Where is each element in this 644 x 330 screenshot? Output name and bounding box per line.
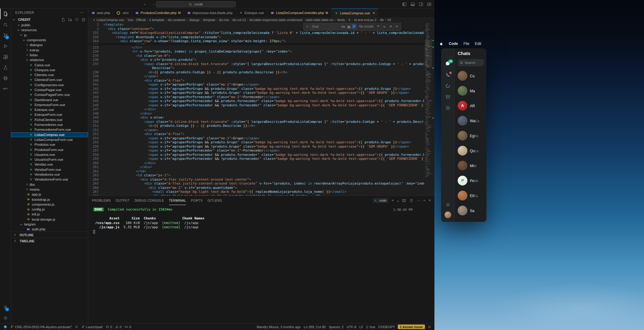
panel-more-icon[interactable]: ··· [417, 198, 420, 203]
code-line[interactable]: 248 </div> [88, 112, 424, 116]
code-line[interactable]: 255 <span v-if="agruparPorGrupo && produ… [88, 140, 424, 145]
explorer-item-ClientesForm.vue[interactable]: VClientesForm.vue [11, 77, 88, 82]
explorer-item-init.js[interactable]: JSinit.js [11, 212, 88, 217]
explorer-item-Configuracoes.vue[interactable]: VConfiguracoes.vue [11, 82, 88, 87]
status-ports[interactable]: 0 [123, 324, 133, 330]
tab-ListasCompras.vue[interactable]: VListasCompras.vue× [331, 9, 378, 17]
code-line[interactable]: 257 <span v-if="agruparPorFornecedor" cl… [88, 148, 424, 153]
status-git-branch[interactable]: CRE-2024-0915-PA-Ajustes-pontuais* [9, 324, 73, 330]
chat-item[interactable]: QuLic [458, 143, 486, 158]
calls-tab[interactable] [445, 72, 450, 77]
code-line[interactable]: 239 </span> [88, 74, 424, 79]
explorer-item-listas[interactable]: listas [11, 53, 88, 57]
explorer-item-VendasForm.vue[interactable]: VVendasForm.vue [11, 167, 88, 172]
breadcrumb-item[interactable]: div [380, 18, 384, 22]
panel-maximize-icon[interactable] [424, 198, 425, 203]
toggle-sidebar-icon[interactable] [402, 2, 407, 6]
code-line[interactable]: 262 </td> [88, 169, 424, 174]
activity-run-debug[interactable] [0, 41, 11, 51]
explorer-item-Fornecedores.vue[interactable]: VFornecedores.vue [11, 122, 88, 127]
chats-tab[interactable]: 40 [445, 61, 450, 66]
explorer-item-extras[interactable]: extras [11, 47, 88, 52]
explorer-item-Usuarios.vue[interactable]: VUsuarios.vue [11, 152, 88, 157]
code-line[interactable]: 267 <small class="badge bg-light text-da… [88, 190, 424, 194]
breadcrumb-item[interactable]: dialogo [189, 18, 199, 22]
panel-tab-terminal[interactable]: TERMINAL [169, 196, 186, 205]
activity-testing[interactable] [0, 62, 11, 73]
code-editor[interactable]: 232 </td>233 </tr>234 <tr v-for="(produt… [88, 23, 434, 196]
explorer-item-ProdutosForm.vue[interactable]: VProdutosForm.vue [11, 147, 88, 152]
code-line[interactable]: 252 </span> [88, 128, 424, 132]
regex-toggle[interactable]: .* [352, 24, 356, 29]
chat-item[interactable]: EgRo [458, 128, 486, 143]
code-line[interactable]: 241 <span v-if="agruparPorGrupo" class="… [88, 82, 424, 87]
panel-tab-problems[interactable]: PROBLEMS [92, 196, 111, 205]
code-line[interactable]: 261 </div> [88, 165, 424, 169]
explorer-item-EstoqueForm.vue[interactable]: VEstoqueForm.vue [11, 112, 88, 117]
explorer-item-public[interactable]: public [11, 23, 88, 28]
tab-web.php[interactable]: web.php [88, 9, 113, 17]
explorer-item-Estoque.vue[interactable]: VEstoque.vue [11, 107, 88, 112]
breadcrumb-item[interactable]: VListasCompras.vue [93, 18, 124, 22]
code-line[interactable]: 240 <div class="d-flex"> [88, 79, 424, 83]
code-line[interactable]: 235 <td class="pe-0"> [88, 54, 424, 58]
chat-item[interactable]: Ma [458, 83, 486, 98]
explorer-item-UsuariosForm.vue[interactable]: VUsuariosForm.vue [11, 157, 88, 162]
code-line[interactable]: 246 <span v-if="agruparPorFornecedor && … [88, 103, 424, 108]
code-line[interactable]: 254 <span v-if="agruparPorGrupo" class="… [88, 136, 424, 141]
explorer-item-js[interactable]: js [11, 33, 88, 38]
explorer-item-ContasPagar.vue[interactable]: VContasPagar.vue [11, 87, 88, 92]
breadcrumb-item[interactable]: div.table-responsive.table-condensed [249, 18, 302, 22]
refresh-icon[interactable] [75, 18, 79, 22]
explorer-item-config.js[interactable]: JSconfig.js [11, 207, 88, 212]
explorer-more-icon[interactable]: ··· [80, 11, 84, 14]
activity-source-control[interactable]: 2 [0, 30, 11, 41]
breadcrumb-item[interactable]: div.row [219, 18, 229, 22]
terminal-instance[interactable]: >_ node [373, 198, 388, 203]
status-eol[interactable]: LF [358, 324, 365, 330]
explorer-item-Caixa.vue[interactable]: VCaixa.vue [11, 62, 88, 67]
breadcrumb-item[interactable]: div.col-12 [232, 18, 246, 22]
tab-ProdutosController.php[interactable]: ProdutosController.phpM [132, 9, 184, 17]
status-cursor-position[interactable]: Ln 289, Col 90 [302, 324, 327, 330]
activity-codegpt[interactable]: GPT [0, 83, 11, 94]
starred-tab[interactable] [445, 105, 450, 110]
code-line[interactable]: 242 <span v-if="agruparPorGrupo && produ… [88, 87, 424, 91]
explorer-item-Clientes.vue[interactable]: VClientes.vue [11, 72, 88, 77]
code-line[interactable]: 244 <span v-if="agruparPorFornecedor" cl… [88, 95, 424, 99]
code-line[interactable]: 268 <h5 class="bold text-success mb-0">{… [88, 194, 424, 196]
breadcrumb-item[interactable]: template [203, 18, 215, 22]
code-line[interactable]: 233 </tr> [88, 46, 424, 50]
explorer-item-ContasPagarForm.vue[interactable]: VContasPagarForm.vue [11, 92, 88, 97]
explorer-item-Dashboard.vue[interactable]: VDashboard.vue [11, 97, 88, 102]
activity-remote-explorer[interactable] [0, 73, 11, 83]
explorer-item-Vendas.vue[interactable]: VVendas.vue [11, 162, 88, 167]
status-language-mode[interactable]: {}Vue [365, 324, 377, 330]
explorer-item-VendedoresForm.vue[interactable]: VVendedoresForm.vue [11, 177, 88, 182]
explorer-item-Vendedores.vue[interactable]: VVendedores.vue [11, 172, 88, 177]
explorer-item-Produtos.vue[interactable]: VProdutos.vue [11, 142, 88, 147]
status-problems-errors[interactable]: 0 [104, 324, 114, 330]
outline-section[interactable]: OUTLINE [11, 232, 88, 238]
explorer-item-ListasCompras.vue[interactable]: VListasCompras.vue [11, 132, 88, 137]
explorer-item-components[interactable]: components [11, 38, 88, 42]
chat-item[interactable]: EliFa [458, 188, 486, 203]
tab-Estoque.vue[interactable]: VEstoque.vue [236, 9, 267, 17]
code-line[interactable]: 245 <span v-if="agruparPorFornecedor && … [88, 99, 424, 103]
kill-terminal-icon[interactable] [409, 199, 413, 203]
code-line[interactable]: 266 <div class="me-1" v-if="produto.quan… [88, 186, 424, 190]
chat-item[interactable]: MiM [458, 158, 486, 173]
explorer-item-relatorios[interactable]: relatorios [11, 57, 88, 62]
breadcrumb-item[interactable]: tbody [337, 18, 345, 22]
chat-item[interactable]: Cu [458, 68, 486, 83]
toggle-panel-icon[interactable] [411, 2, 415, 6]
panel-tab-ports[interactable]: PORTS [191, 196, 203, 205]
tab-impressao-lista.blade.php[interactable]: impressao-lista.blade.php [184, 9, 236, 17]
new-folder-icon[interactable] [68, 18, 72, 22]
apple-icon[interactable] [439, 42, 443, 46]
minimap-slider[interactable] [425, 39, 432, 68]
explorer-item-local-storage.js[interactable]: JSlocal-storage.js [11, 217, 88, 222]
command-center-search[interactable]: credit [156, 1, 236, 7]
code-line[interactable]: 263 <td class="px-1"> [88, 173, 424, 178]
code-line[interactable]: Descricao"> [88, 66, 424, 70]
